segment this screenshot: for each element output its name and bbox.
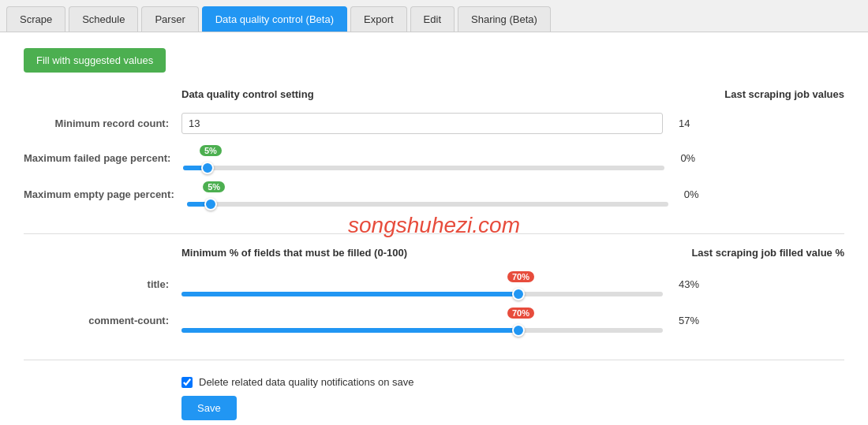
title-thumb[interactable] (512, 288, 525, 300)
max-empty-control: 5% (187, 181, 668, 207)
delete-notifications-checkbox[interactable] (181, 377, 193, 388)
max-empty-badge: 5% (203, 181, 225, 192)
section1: Data quality control setting Last scrapi… (24, 88, 844, 234)
max-failed-badge: 5% (200, 145, 222, 156)
title-label: title: (24, 278, 181, 290)
title-badge: 70% (507, 271, 534, 282)
section2-header-right: Last scraping job filled value % (691, 247, 844, 259)
comment-count-track (181, 328, 663, 333)
min-record-last-value: 14 (663, 117, 726, 129)
section2-header-left: Minimum % of fields that must be filled … (181, 247, 407, 259)
tab-data-quality[interactable]: Data quality control (Beta) (202, 6, 347, 32)
max-failed-control: 5% (183, 145, 664, 170)
max-failed-slider-container: 5% (183, 145, 664, 170)
tab-sharing[interactable]: Sharing (Beta) (458, 6, 551, 32)
section1-header-left: Data quality control setting (181, 88, 314, 100)
page-wrapper: Scrape Schedule Parser Data quality cont… (0, 0, 868, 425)
fill-suggested-button[interactable]: Fill with suggested values (24, 48, 166, 73)
max-empty-slider-container: 5% (187, 181, 668, 207)
save-button[interactable]: Save (181, 396, 237, 420)
section2: Minimum % of fields that must be filled … (24, 234, 844, 360)
max-empty-label: Maximum empty page percent: (24, 188, 187, 200)
title-last-value: 43% (663, 278, 726, 290)
title-row: title: 70% 43% (24, 271, 844, 296)
section1-header: Data quality control setting Last scrapi… (24, 88, 844, 100)
max-empty-thumb[interactable] (204, 198, 217, 211)
max-failed-thumb[interactable] (201, 162, 214, 174)
tab-bar: Scrape Schedule Parser Data quality cont… (0, 0, 868, 32)
comment-count-last-value: 57% (663, 315, 726, 326)
section2-header: Minimum % of fields that must be filled … (24, 247, 844, 259)
comment-count-control: 70% (181, 308, 663, 333)
max-failed-row: Maximum failed page percent: 5% 0% (24, 145, 844, 170)
tab-export[interactable]: Export (350, 6, 407, 32)
section1-header-right: Last scraping job values (724, 88, 844, 100)
comment-count-thumb[interactable] (512, 324, 525, 337)
tab-scrape[interactable]: Scrape (6, 6, 65, 32)
min-record-row: Minimum record count: 14 (24, 113, 844, 134)
delete-notifications-label: Delete related data quality notification… (199, 376, 413, 388)
main-content: Fill with suggested values Data quality … (0, 32, 868, 425)
title-track (181, 292, 663, 296)
min-record-control (181, 113, 663, 134)
max-failed-last-value: 0% (664, 152, 728, 164)
title-slider-container: 70% (181, 271, 663, 296)
comment-count-badge: 70% (507, 308, 534, 319)
title-fill (181, 292, 518, 296)
max-failed-track (183, 166, 664, 170)
max-failed-label: Maximum failed page percent: (24, 152, 183, 164)
max-empty-row: Maximum empty page percent: 5% 0% (24, 181, 844, 207)
comment-count-label: comment-count: (24, 315, 181, 326)
tab-schedule[interactable]: Schedule (69, 6, 138, 32)
min-record-label: Minimum record count: (24, 117, 181, 129)
checkbox-row: Delete related data quality notification… (24, 360, 844, 396)
tab-edit[interactable]: Edit (410, 6, 455, 32)
tab-parser[interactable]: Parser (141, 6, 198, 32)
comment-count-row: comment-count: 70% 57% (24, 308, 844, 333)
title-control: 70% (181, 271, 663, 296)
min-record-input[interactable] (181, 113, 663, 134)
max-empty-track (187, 202, 668, 207)
max-empty-last-value: 0% (668, 188, 731, 200)
comment-count-fill (181, 328, 518, 333)
comment-count-slider-container: 70% (181, 308, 663, 333)
